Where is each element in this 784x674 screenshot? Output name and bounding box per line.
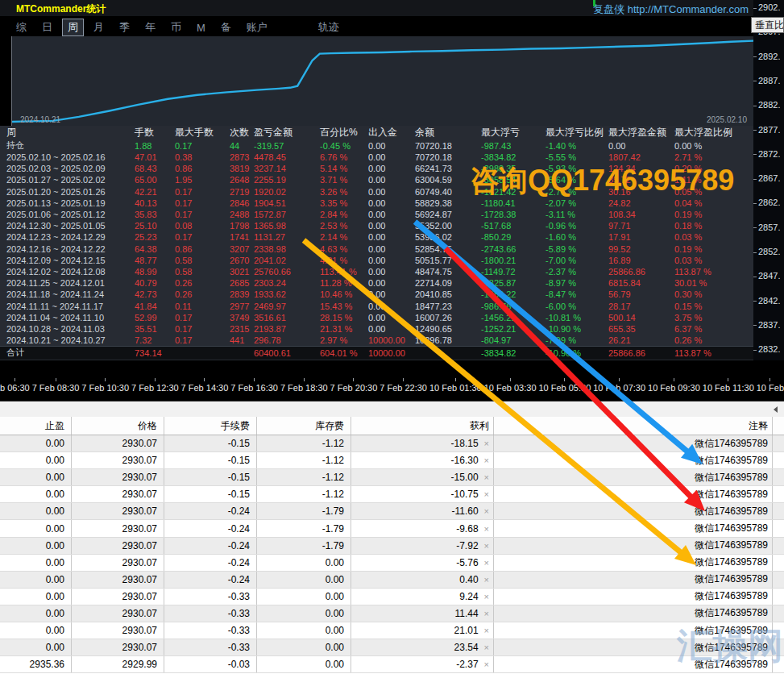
stats-cell: -1689.22 <box>481 289 545 299</box>
close-trade-icon[interactable]: × <box>484 643 489 652</box>
table-row[interactable]: 0.002930.07-0.24-1.79-7.92×微信1746395789 <box>0 538 784 555</box>
stats-col-header: 盈亏金额 <box>254 126 320 139</box>
stats-cell: 6815.84 <box>608 278 674 288</box>
equity-chart[interactable]: 2024.10.21 2025.02.10 <box>11 36 753 126</box>
menu-item-季[interactable]: 季 <box>114 19 135 35</box>
profit-value: 9.24 <box>459 591 478 602</box>
close-trade-icon[interactable]: × <box>484 575 489 585</box>
profit-value: -2.37 <box>456 659 478 670</box>
close-trade-icon[interactable]: × <box>484 541 489 551</box>
stats-cell: 0.00 <box>368 324 415 334</box>
table-row[interactable]: 0.002930.07-0.240.00-5.76×微信1746395789 <box>0 555 784 572</box>
table-row[interactable]: 0.002930.07-0.330.0021.01×微信1746395789 <box>0 622 784 639</box>
menu-item-备[interactable]: 备 <box>216 19 236 35</box>
stats-cell: 108.34 <box>608 210 674 219</box>
table-row[interactable]: 0.002930.07-0.15-1.12-16.30×微信1746395789 <box>0 452 784 469</box>
menu-item-月[interactable]: 月 <box>89 19 109 35</box>
menu-item-币[interactable]: 币 <box>166 19 186 35</box>
close-trade-icon[interactable]: × <box>484 489 489 499</box>
menu-item-综[interactable]: 综 <box>11 19 31 35</box>
commission-cell: -0.24 <box>164 520 257 536</box>
stats-cell: 52854.75 <box>415 244 481 254</box>
close-trade-icon[interactable]: × <box>484 456 489 465</box>
comment-cell: 微信1746395789 <box>494 469 773 485</box>
tp-cell: 0.00 <box>0 622 72 639</box>
menu-item-M[interactable]: M <box>192 21 210 35</box>
stats-cell: -8.47 % <box>545 289 608 299</box>
table-row[interactable]: 0.002930.07-0.15-1.12-10.75×微信1746395789 <box>0 486 784 503</box>
vertical-ratio-button[interactable]: 垂直比 <box>751 17 784 33</box>
close-trade-icon[interactable]: × <box>484 659 489 669</box>
profit-value: 23.54 <box>454 642 479 653</box>
stats-cell: 0.11 <box>175 302 230 311</box>
stats-cell: 99.52 <box>608 244 674 254</box>
stats-cell: 6.37 % <box>674 324 753 334</box>
stats-cell: 0.03 % <box>674 232 753 242</box>
stats-cell: 25760.66 <box>254 267 320 277</box>
stats-cell: 0.00 <box>368 164 415 173</box>
stats-cell: 0.17 <box>175 210 230 219</box>
stats-cell: -7.00 % <box>545 256 608 265</box>
panel-splitter[interactable] <box>0 401 784 417</box>
price-scale[interactable]: 2902.2897.2892.2887.2882.2877.2872.2867.… <box>753 0 784 377</box>
table-row[interactable]: 0.002930.07-0.24-1.79-11.60×微信1746395789 <box>0 503 784 520</box>
close-trade-icon[interactable]: × <box>484 592 489 601</box>
stats-cell: 44 <box>230 141 254 151</box>
commission-cell: -0.15 <box>164 452 257 468</box>
price-tick: 2892. <box>753 52 784 61</box>
close-trade-icon[interactable]: × <box>484 472 489 482</box>
menu-item-周[interactable]: 周 <box>63 19 83 35</box>
close-trade-icon[interactable]: × <box>484 609 489 618</box>
time-axis-label: 7 Feb 08:30 <box>32 377 80 397</box>
profit-value: -7.92 <box>456 540 478 551</box>
stats-cell: 16.89 <box>608 256 674 265</box>
table-row[interactable]: 0.002930.07-0.330.0011.44×微信1746395789 <box>0 605 784 622</box>
table-row[interactable]: 0.002930.07-0.15-1.12-18.15×微信1746395789 <box>0 435 784 452</box>
menu-item-账户[interactable]: 账户 <box>242 19 272 35</box>
table-row[interactable]: 0.002930.07-0.330.0023.54×微信1746395789 <box>0 639 784 656</box>
close-trade-icon[interactable]: × <box>484 506 489 516</box>
price-cell: 2930.07 <box>72 605 164 622</box>
stats-cell: 0.17 <box>175 187 230 197</box>
trades-col-header: 手续费 <box>164 417 257 435</box>
brand-link[interactable]: 复盘侠 http://MTCommander.com <box>593 2 749 17</box>
stats-row-label: 持仓 <box>6 139 135 152</box>
tp-cell: 0.00 <box>0 572 72 588</box>
collapse-arrow-icon[interactable] <box>774 406 778 413</box>
table-row[interactable]: 2935.362929.99-0.030.00-2.37×微信174639578… <box>0 656 784 673</box>
stats-row-label: 2025.01.13 ~ 2025.01.19 <box>6 198 135 208</box>
trades-table: 止盈价格手续费库存费获利注释 0.002930.07-0.15-1.12-18.… <box>0 417 784 674</box>
table-row[interactable]: 0.002930.07-0.15-1.12-15.00×微信1746395789 <box>0 469 784 486</box>
stats-cell: 0.86 <box>175 244 230 254</box>
stats-cell: 0.18 % <box>674 221 753 231</box>
stats-cell: 21.31 % <box>320 324 368 334</box>
stats-cell: 6.76 % <box>320 152 368 162</box>
menu-item-轨迹[interactable]: 轨迹 <box>313 19 344 35</box>
stats-cell: 0.17 <box>175 232 230 242</box>
profit-value: 21.01 <box>454 625 479 636</box>
table-row[interactable]: 0.002930.07-0.330.009.24×微信1746395789 <box>0 589 784 605</box>
stats-row-label: 合计 <box>6 347 135 359</box>
stats-cell: 42.73 <box>135 289 175 299</box>
close-trade-icon[interactable]: × <box>484 524 489 534</box>
stats-cell: 64.38 <box>135 244 175 254</box>
close-trade-icon[interactable]: × <box>484 558 489 568</box>
price-tick: 2847. <box>753 271 784 281</box>
stats-cell: 22714.09 <box>415 278 481 288</box>
price-tick: 2852. <box>753 247 784 256</box>
table-row[interactable]: 0.002930.07-0.24-1.79-9.68×微信1746395789 <box>0 520 784 537</box>
menu-item-年[interactable]: 年 <box>140 19 160 35</box>
time-axis[interactable]: b 06:307 Feb 08:307 Feb 10:307 Feb 12:30… <box>0 377 784 397</box>
tp-cell: 0.00 <box>0 503 72 519</box>
time-axis-label: 10 Feb 05:30 <box>538 377 591 397</box>
stats-row-label: 2024.12.02 ~ 2024.12.08 <box>6 267 135 277</box>
close-trade-icon[interactable]: × <box>484 439 489 448</box>
menu-item-日[interactable]: 日 <box>37 19 57 35</box>
swap-cell: -1.79 <box>257 538 351 554</box>
close-trade-icon[interactable]: × <box>484 626 489 635</box>
price-tick: 2867. <box>753 173 784 183</box>
table-row[interactable]: 0.002930.07-0.240.000.40×微信1746395789 <box>0 572 784 589</box>
commission-cell: -0.33 <box>164 605 257 622</box>
stats-row-label: 2024.11.18 ~ 2024.11.24 <box>6 289 135 299</box>
stats-cell: 30.01 % <box>674 278 753 288</box>
